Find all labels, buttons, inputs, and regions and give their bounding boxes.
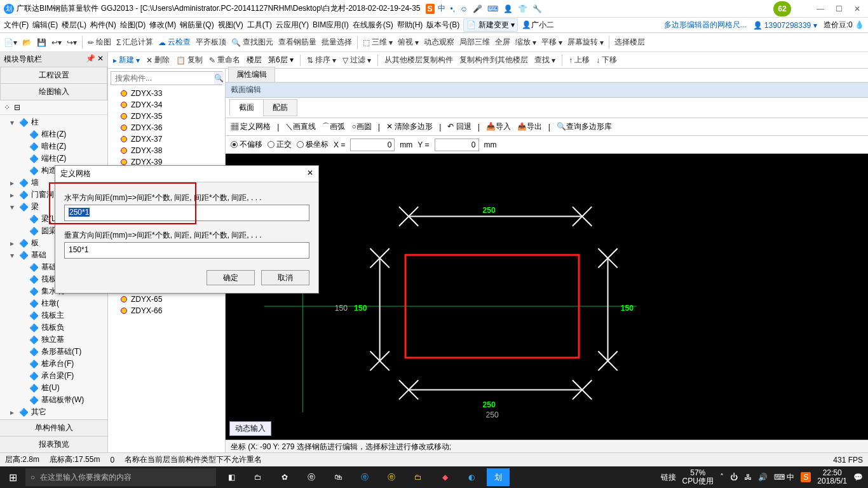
find-elem-button[interactable]: 🔍查找图元 xyxy=(231,37,273,48)
menu-modify[interactable]: 修改(M) xyxy=(149,20,176,30)
hint-link[interactable]: 多边形编辑器的网格尺... xyxy=(664,20,747,30)
subtab-rebar[interactable]: 配筋 xyxy=(263,99,297,116)
fullscreen-button[interactable]: 全屏 xyxy=(495,37,510,48)
floor-select[interactable]: 第6层 ▾ xyxy=(268,55,294,65)
tray-up-icon[interactable]: ˄ xyxy=(720,473,724,482)
new-comp-button[interactable]: ▸ 新建 ▾ xyxy=(113,55,140,65)
search-icon[interactable]: 🔍 xyxy=(214,72,224,85)
3d-button[interactable]: ⬚三维▾ xyxy=(363,37,393,48)
component-item[interactable]: ZDYX-36 xyxy=(108,122,225,133)
tray-power-icon[interactable]: ⏻ xyxy=(730,473,738,482)
tree-node[interactable]: 🔷筏板负 xyxy=(3,322,105,334)
menu-file[interactable]: 文件(F) xyxy=(4,20,29,30)
zoom-button[interactable]: 缩放▾ xyxy=(515,37,536,48)
cloud-check-button[interactable]: ☁云检查 xyxy=(158,37,191,48)
menu-view[interactable]: 视图(V) xyxy=(218,20,243,30)
polar-radio[interactable]: 极坐标 xyxy=(297,139,329,150)
menu-component[interactable]: 构件(N) xyxy=(90,20,116,30)
tree-node[interactable]: 🔷桩(U) xyxy=(3,382,105,394)
new-icon[interactable]: 📄▾ xyxy=(4,38,17,47)
subtab-section[interactable]: 截面 xyxy=(229,99,264,116)
tab-project-settings[interactable]: 工程设置 xyxy=(0,67,107,84)
component-item[interactable]: ZDYX-65 xyxy=(108,294,225,305)
cancel-button[interactable]: 取消 xyxy=(261,270,309,285)
app4-icon[interactable]: ◐ xyxy=(460,468,483,486)
tray-net-icon[interactable]: 🖧 xyxy=(744,473,752,482)
tree-node[interactable]: 🔷桩承台(F) xyxy=(3,358,105,370)
notifications-icon[interactable]: 💬 xyxy=(853,473,863,482)
maximize-button[interactable]: ☐ xyxy=(836,4,843,13)
component-item[interactable]: ZDYX-37 xyxy=(108,133,225,145)
component-item[interactable]: ZDYX-35 xyxy=(108,111,225,122)
tray-link[interactable]: 链接 xyxy=(661,472,676,483)
ggj-icon[interactable]: 划 xyxy=(487,468,510,486)
redo-icon[interactable]: ↪▾ xyxy=(67,38,77,47)
cpu-meter[interactable]: 57%CPU使用 xyxy=(682,469,714,485)
component-item[interactable]: ZDYX-66 xyxy=(108,305,225,316)
draw-arc-button[interactable]: ⌒画弧 xyxy=(322,121,345,132)
cortana-search[interactable]: ○ 在这里输入你要搜索的内容 xyxy=(25,468,216,486)
del-comp-button[interactable]: ✕ 删除 xyxy=(146,55,170,65)
tray-lang[interactable]: ⌨ 中 xyxy=(774,472,794,483)
app2-icon[interactable]: ✿ xyxy=(273,468,296,486)
ok-button[interactable]: 确定 xyxy=(207,270,255,285)
draw-line-button[interactable]: ＼画直线 xyxy=(285,121,316,132)
pan-button[interactable]: 平移▾ xyxy=(541,37,562,48)
menu-tools[interactable]: 工具(T) xyxy=(247,20,272,30)
edge-icon[interactable]: ⓔ xyxy=(353,468,376,486)
dialog-close-button[interactable]: ✕ xyxy=(307,168,313,179)
tree-node[interactable]: 🔷框柱(Z) xyxy=(3,128,105,140)
close-button[interactable]: ✕ xyxy=(854,4,860,13)
export-button[interactable]: 📤导出 xyxy=(517,121,542,132)
sort-button[interactable]: ⇅ 排序 ▾ xyxy=(307,55,336,65)
tab-properties[interactable]: 属性编辑 xyxy=(228,67,275,82)
task-view-icon[interactable]: ◧ xyxy=(220,468,243,486)
component-item[interactable]: ZDYX-38 xyxy=(108,145,225,156)
v-spacing-input[interactable]: 150*1 xyxy=(64,242,309,259)
dynamic-input-toggle[interactable]: 动态输入 xyxy=(229,421,271,436)
import-button[interactable]: 📥导入 xyxy=(486,121,511,132)
tree-node[interactable]: ▾🔷柱 xyxy=(3,116,105,128)
rotate-button[interactable]: 屏幕旋转▾ xyxy=(567,37,604,48)
ortho-radio[interactable]: 正交 xyxy=(268,139,292,150)
menu-floor[interactable]: 楼层(L) xyxy=(62,20,86,30)
draw-button[interactable]: ✏绘图 xyxy=(88,37,111,48)
update-badge[interactable]: 62 xyxy=(773,1,791,17)
h-spacing-input[interactable]: 250*1 xyxy=(64,205,309,221)
query-poly-button[interactable]: 🔍查询多边形库 xyxy=(557,121,612,132)
browser-icon[interactable]: ⓔ xyxy=(300,468,323,486)
tray-vol-icon[interactable]: 🔊 xyxy=(758,473,768,482)
report-preview-button[interactable]: 报表预览 xyxy=(0,436,107,452)
tree-node[interactable]: ▸🔷其它 xyxy=(3,406,105,418)
copy-to-button[interactable]: 复制构件到其他楼层 xyxy=(459,55,528,65)
menu-version[interactable]: 版本号(B) xyxy=(426,20,459,30)
move-down-button[interactable]: ↓ 下移 xyxy=(596,55,617,65)
find-comp-button[interactable]: 查找 ▾ xyxy=(534,55,555,65)
define-grid-button[interactable]: ▦ 定义网格 xyxy=(231,121,271,132)
view-rebar-button[interactable]: 查看钢筋量 xyxy=(278,37,316,48)
store-icon[interactable]: 🛍 xyxy=(327,468,349,486)
ime-badge[interactable]: S xyxy=(426,4,435,14)
local3d-button[interactable]: 局部三维 xyxy=(459,37,490,48)
search-input[interactable] xyxy=(111,72,214,85)
undo-draw-button[interactable]: ↶ 回退 xyxy=(447,121,471,132)
menu-rebar[interactable]: 钢筋量(Q) xyxy=(180,20,214,30)
x-input[interactable] xyxy=(350,139,395,151)
clock[interactable]: 22:502018/5/1 xyxy=(817,469,847,485)
menu-help[interactable]: 帮助(H) xyxy=(397,20,423,30)
tree-node[interactable]: 🔷暗柱(Z) xyxy=(3,140,105,152)
explorer-icon[interactable]: 🗀 xyxy=(407,468,430,486)
app1-icon[interactable]: 🗀 xyxy=(247,468,269,486)
menu-online[interactable]: 在线服务(S) xyxy=(353,20,393,30)
drawing-viewport[interactable]: 250 250 250 xyxy=(226,154,868,452)
open-icon[interactable]: 📂 xyxy=(22,38,32,47)
menu-edit[interactable]: 编辑(E) xyxy=(32,20,58,30)
select-floor-button[interactable]: 选择楼层 xyxy=(614,37,645,48)
windows-taskbar[interactable]: ⊞ ○ 在这里输入你要搜索的内容 ◧ 🗀 ✿ ⓔ 🛍 ⓔ ⓔ 🗀 ◆ ◐ 划 链… xyxy=(0,466,868,488)
tree-node[interactable]: 🔷独立基 xyxy=(3,334,105,346)
single-input-button[interactable]: 单构件输入 xyxy=(0,419,107,436)
tree-node[interactable]: 🔷承台梁(F) xyxy=(3,370,105,382)
menu-draw[interactable]: 绘图(D) xyxy=(120,20,146,30)
component-item[interactable]: ZDYX-33 xyxy=(108,88,225,99)
top-view-button[interactable]: 俯视▾ xyxy=(398,37,419,48)
